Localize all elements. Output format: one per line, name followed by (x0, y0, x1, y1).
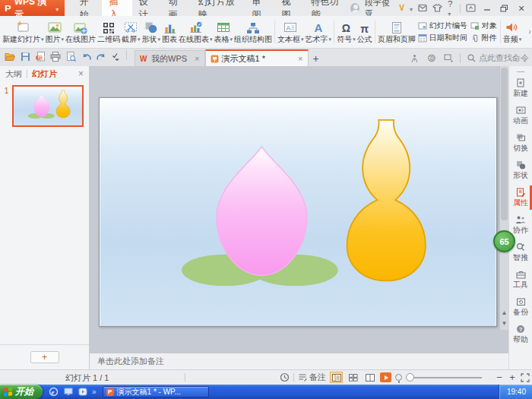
ribbon-shapes[interactable]: 形状 (141, 17, 162, 47)
ribbon-slide-number[interactable]: 幻灯片编号 (418, 21, 467, 31)
notes-area[interactable]: 单击此处添加备注 (90, 353, 508, 369)
ribbon-textbox[interactable]: A 文本框 (277, 17, 305, 47)
user-menu-caret-icon[interactable] (410, 4, 413, 13)
ribbon-online-chart[interactable]: 在线图表 (178, 17, 214, 47)
performance-ball-badge[interactable]: 65 (493, 230, 515, 252)
notes-button[interactable]: 备注 (298, 372, 326, 383)
zoom-slider-track[interactable] (406, 377, 482, 378)
minimize-button[interactable] (481, 2, 493, 14)
message-icon[interactable] (418, 3, 427, 13)
quick-launch: e » (49, 387, 97, 397)
zoom-slider-knob[interactable] (406, 373, 414, 382)
view-slide-sorter-button[interactable] (347, 372, 359, 383)
export-pdf-icon[interactable]: PDF (35, 52, 46, 62)
ribbon-qrcode[interactable]: 二维码 (97, 17, 121, 47)
sidebar-item-backup[interactable]: 备份 (509, 293, 532, 321)
show-desktop-icon[interactable] (63, 387, 73, 397)
doc-tab-presentation1[interactable]: 演示文稿1 * (205, 49, 309, 66)
close-button[interactable]: × (515, 2, 527, 14)
switch-window-icon[interactable] (443, 53, 453, 63)
new-tab-button[interactable]: + (309, 51, 324, 66)
undo-icon[interactable] (81, 52, 91, 62)
collapse-ribbon-icon[interactable] (466, 3, 476, 13)
menu-tab-review[interactable]: 审阅 (245, 0, 274, 16)
view-reading-button[interactable] (363, 372, 376, 383)
ribbon-new-slide[interactable]: 新建幻灯片 (2, 17, 45, 47)
ribbon-chart[interactable]: 图表 (161, 17, 178, 47)
user-avatar[interactable] (350, 3, 359, 14)
menu-tab-special-features[interactable]: 特色功能 (305, 0, 350, 16)
fit-window-button[interactable] (521, 373, 530, 382)
vertical-scrollbar[interactable]: ▲ ▼ (499, 66, 508, 330)
panel-close-icon[interactable]: × (78, 68, 84, 79)
next-slide-button[interactable]: ▼ (500, 318, 508, 328)
help-button[interactable]: ? (448, 0, 454, 17)
ribbon-formula[interactable]: π 公式 (356, 17, 373, 47)
menu-tab-slideshow[interactable]: 幻灯片放映 (192, 0, 245, 16)
ribbon-expand-arrow[interactable]: › (528, 27, 531, 36)
sidebar-collapse-icon[interactable]: — (517, 68, 524, 74)
sidebar-item-animation[interactable]: 动画 (509, 102, 532, 129)
ribbon-object[interactable]: 对象 (470, 21, 497, 31)
add-slide-button[interactable]: + (30, 351, 59, 363)
command-search[interactable]: 点此查找命令 (467, 52, 529, 64)
eye-protection-icon[interactable] (395, 374, 402, 381)
skin-icon[interactable] (432, 3, 442, 13)
zoom-out-button[interactable]: − (495, 373, 504, 382)
ribbon-picture[interactable]: 图片 (45, 17, 65, 47)
menu-tab-view[interactable]: 视图 (274, 0, 304, 16)
slide-thumbnail-1[interactable] (12, 85, 84, 127)
attachment-icon (470, 33, 480, 43)
media-player-icon[interactable] (78, 387, 87, 397)
sidebar-item-shape[interactable]: 形状 (509, 157, 532, 184)
zoom-slider[interactable] (406, 372, 482, 382)
view-normal-button[interactable] (330, 372, 343, 383)
ribbon-table[interactable]: 表格 (214, 17, 234, 47)
quick-launch-more-icon[interactable]: » (92, 388, 97, 396)
restore-button[interactable] (499, 2, 511, 14)
tray-clock[interactable]: 19:40 (507, 388, 526, 396)
menu-tab-design[interactable]: 设计 (132, 0, 162, 16)
tab-close-icon[interactable] (293, 54, 302, 63)
ribbon-orgchart[interactable]: 组织结构图 (233, 17, 273, 47)
taskbar-task-button[interactable]: P 演示文稿1 * - WP... (103, 386, 209, 397)
ribbon-online-picture[interactable]: 在线图片 (65, 17, 97, 47)
tab-close-icon[interactable] (190, 54, 199, 63)
redo-icon[interactable] (96, 52, 106, 62)
online-picture-icon (74, 20, 87, 34)
save-icon[interactable] (20, 52, 30, 62)
ribbon-audio[interactable]: 音频 (502, 17, 523, 47)
zoom-in-button[interactable]: + (508, 373, 517, 382)
customize-qat-caret-icon[interactable] (111, 52, 122, 62)
menu-tab-animation[interactable]: 动画 (162, 0, 192, 16)
assistant-icon[interactable] (410, 53, 420, 63)
ie-browser-icon[interactable]: e (49, 387, 59, 397)
menu-tab-home[interactable]: 开始 (72, 0, 102, 16)
start-button[interactable]: 开始 (0, 385, 43, 399)
sidebar-item-properties[interactable]: 属性 (509, 184, 532, 211)
ribbon-symbol[interactable]: Ω 符号 (336, 17, 356, 47)
menu-tab-insert[interactable]: 插入 (102, 0, 131, 16)
doc-tab-my-wps[interactable]: W 我的WPS (135, 50, 205, 66)
history-icon[interactable] (280, 372, 290, 382)
sidebar-item-help[interactable]: ? 帮助 (509, 321, 532, 348)
ribbon-wordart[interactable]: A 艺术字 (305, 17, 333, 47)
ribbon-screenshot[interactable]: 截屏 (121, 17, 141, 47)
sidebar-item-tools[interactable]: 工具 (509, 266, 532, 293)
panel-tab-slides[interactable]: 幻灯片 (32, 68, 57, 80)
scrollbar-thumb[interactable] (501, 68, 508, 220)
sidebar-item-new[interactable]: 新建 (509, 74, 532, 102)
play-slideshow-button[interactable] (380, 372, 391, 382)
open-file-icon[interactable] (5, 52, 15, 62)
ribbon-datetime[interactable]: 日期和时间 (418, 33, 467, 43)
app-logo[interactable]: P WPS 演示 (0, 0, 65, 16)
print-preview-icon[interactable] (65, 52, 76, 62)
docer-icon[interactable]: D (426, 53, 436, 63)
previous-slide-button[interactable]: ▲ (500, 307, 508, 318)
panel-tab-outline[interactable]: 大纲 (5, 68, 22, 80)
ribbon-attachment[interactable]: 附件 (470, 33, 497, 43)
sidebar-item-transition[interactable]: 切换 (509, 129, 532, 157)
print-icon[interactable] (50, 52, 61, 62)
ribbon-header-footer[interactable]: 页眉和页脚 (377, 17, 416, 47)
slide-canvas[interactable] (99, 97, 497, 327)
